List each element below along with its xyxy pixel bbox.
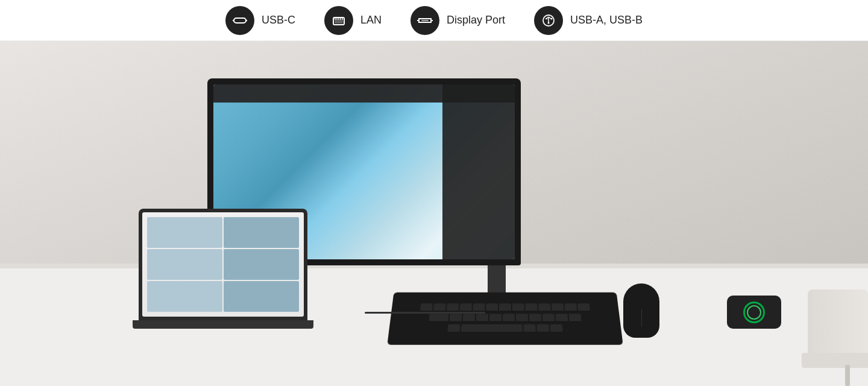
laptop-screen-content [142, 212, 304, 317]
key [473, 303, 485, 311]
laptop-thumb-6 [224, 281, 299, 312]
svg-point-19 [548, 22, 550, 24]
key [569, 314, 582, 322]
port-item-displayport: Display Port [410, 6, 505, 35]
laptop-screen-frame [139, 209, 307, 320]
key [429, 314, 448, 322]
key [550, 324, 563, 333]
key [489, 314, 502, 322]
key [447, 324, 460, 333]
port-item-usbab: USB-A, USB-B [534, 6, 643, 35]
key [499, 303, 511, 311]
lan-label: LAN [360, 14, 382, 27]
keyboard-row-3 [447, 324, 562, 333]
laptop [139, 209, 313, 329]
svg-rect-9 [335, 20, 343, 24]
key [420, 303, 433, 311]
key [463, 314, 476, 322]
laptop-thumb-4 [224, 249, 299, 280]
key [512, 303, 524, 311]
svg-rect-17 [546, 18, 547, 19]
key [433, 303, 446, 311]
lan-icon [324, 6, 353, 35]
keyboard-row-1 [420, 303, 590, 311]
key [536, 324, 549, 333]
laptop-base [133, 320, 313, 329]
key [538, 303, 550, 311]
key [516, 314, 528, 322]
chair [796, 265, 868, 386]
chair-leg [845, 365, 850, 386]
spacebar-key [461, 324, 523, 333]
key [523, 324, 536, 333]
charger-ring [743, 302, 765, 323]
key [552, 303, 564, 311]
laptop-thumb-5 [147, 281, 222, 312]
svg-point-18 [551, 17, 553, 19]
mouse [623, 283, 659, 338]
laptop-thumb-2 [224, 217, 299, 248]
keyboard [387, 293, 623, 345]
port-item-lan: LAN [324, 6, 382, 35]
keyboard-row-2 [429, 314, 581, 322]
key [450, 314, 462, 322]
key [564, 303, 577, 311]
key [577, 303, 590, 311]
chair-seat [802, 353, 868, 368]
monitor [340, 78, 653, 326]
key [556, 314, 568, 322]
screen-panel-right [442, 84, 515, 259]
usb-c-icon [225, 6, 254, 35]
hero-section [0, 41, 868, 386]
mouse-button-divider [641, 309, 642, 327]
svg-rect-12 [421, 20, 429, 21]
port-bar: USB-C LAN [0, 0, 868, 41]
display-port-icon [410, 6, 439, 35]
key [525, 303, 537, 311]
cable [365, 312, 485, 314]
key [529, 314, 541, 322]
wireless-charger [727, 296, 781, 329]
key [542, 314, 555, 322]
key [476, 314, 488, 322]
laptop-screen [142, 212, 304, 317]
laptop-thumb-3 [147, 249, 222, 280]
usbab-label: USB-A, USB-B [570, 14, 643, 27]
usbc-label: USB-C [262, 14, 295, 27]
display-port-label: Display Port [447, 14, 505, 27]
key [486, 303, 498, 311]
laptop-thumb-1 [147, 217, 222, 248]
usb-ab-icon [534, 6, 563, 35]
port-item-usbc: USB-C [225, 6, 295, 35]
svg-rect-0 [234, 18, 246, 23]
charger-pad [727, 296, 781, 329]
key [447, 303, 459, 311]
key [503, 314, 515, 322]
key [460, 303, 472, 311]
